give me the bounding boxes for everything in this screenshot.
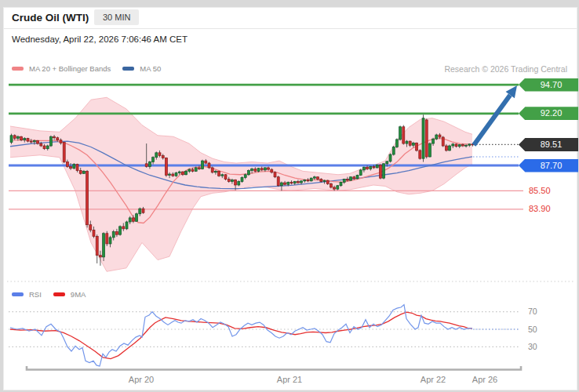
price-tag-resistance: 92.20	[519, 107, 578, 120]
ma9-legend-label: 9MA	[71, 290, 86, 299]
rsi-grid-label: 70	[528, 307, 537, 316]
price-tag-support: 87.70	[519, 159, 578, 172]
ma9-swatch-icon	[53, 292, 65, 296]
rsi-legend-label: RSI	[29, 290, 42, 299]
time-axis-label: Apr 26	[472, 375, 497, 384]
chart-card: Crude Oil (WTI) 30 MIN Wednesday, April …	[3, 7, 577, 390]
time-axis	[27, 366, 521, 370]
price-tag-last: 89.51	[519, 138, 578, 151]
rsi-legend: RSI 9MA	[12, 290, 86, 299]
page: { "header":{ "title":"Crude Oil (WTI)", …	[0, 0, 579, 392]
time-axis-label: Apr 22	[421, 375, 446, 384]
support-price-label: 85.50	[529, 186, 551, 195]
support-price-label: 83.90	[529, 204, 551, 213]
time-axis-label: Apr 20	[129, 375, 154, 384]
price-tag-resistance: 94.70	[519, 78, 578, 92]
rsi-swatch-icon	[12, 292, 24, 296]
price-chart-canvas	[4, 8, 578, 390]
time-axis-label: Apr 21	[277, 375, 302, 384]
rsi-grid-label: 50	[528, 325, 537, 334]
bullish-arrow	[474, 95, 510, 145]
bollinger-band-area	[10, 97, 472, 271]
rsi-grid-label: 30	[528, 342, 537, 351]
rsi-ma9-line	[10, 312, 472, 358]
